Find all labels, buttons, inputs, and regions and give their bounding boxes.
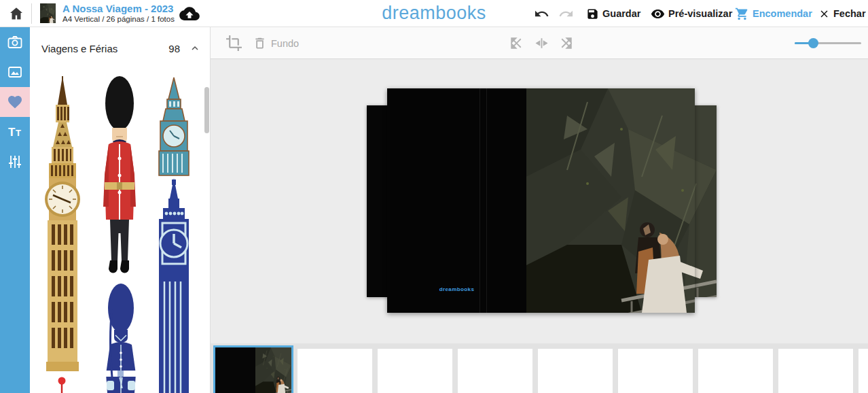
clipart-count: 98 (168, 43, 180, 54)
cover-spread[interactable]: dreambooks (387, 88, 695, 313)
order-label: Encomendar (753, 8, 812, 19)
save-icon (586, 7, 599, 20)
filmstrip-page[interactable] (858, 349, 868, 393)
trash-icon (253, 35, 267, 51)
clipart-big-ben-blue-clock[interactable] (151, 178, 197, 393)
save-label: Guardar (602, 8, 640, 19)
redo-button[interactable] (558, 6, 574, 20)
panel-scrollbar[interactable] (204, 87, 209, 133)
tune-icon (7, 154, 23, 170)
clipart-category-name: Viagens e Férias (41, 43, 117, 54)
cart-icon (735, 7, 749, 21)
clipart-panel: Viagens e Férias 98 (30, 27, 211, 393)
filmstrip-page[interactable] (297, 349, 372, 393)
sidebar-item-text[interactable]: T T (0, 117, 30, 147)
horizontal-arrows-icon (533, 35, 550, 52)
svg-text:T: T (16, 128, 21, 138)
heart-icon (7, 94, 23, 110)
crop-icon (225, 35, 242, 52)
cover-brand-text: dreambooks (387, 286, 526, 292)
thumb-cover-back (215, 347, 255, 393)
app-root: A Nossa Viagem - 2023 A4 Vertical / 26 p… (0, 0, 868, 393)
filmstrip-page[interactable] (458, 349, 532, 393)
close-icon (818, 8, 830, 20)
clipart-red-pin[interactable] (57, 377, 67, 393)
workspace: Fundo (211, 27, 868, 393)
clipart-royal-guard-red[interactable] (95, 73, 144, 277)
filmstrip-page[interactable] (698, 349, 773, 393)
filmstrip-page[interactable] (618, 349, 693, 393)
clipart-big-ben-gold[interactable] (39, 76, 86, 371)
filmstrip (211, 343, 868, 393)
cover-photo[interactable] (526, 88, 695, 313)
chevron-up-icon (189, 43, 200, 54)
spine-line (480, 88, 480, 313)
text-icon: T T (6, 124, 24, 140)
close-label: Fechar (833, 8, 866, 19)
sidebar: T T (0, 27, 30, 393)
swap-left-button[interactable] (508, 35, 525, 52)
filmstrip-page[interactable] (778, 349, 853, 393)
clipart-big-ben-teal-sketch[interactable] (151, 76, 197, 177)
order-button[interactable]: Encomendar (735, 0, 812, 27)
image-icon (7, 64, 23, 80)
preview-button[interactable]: Pré-visualizar (651, 0, 732, 27)
canvas: dreambooks (211, 59, 868, 343)
sidebar-item-backgrounds[interactable] (0, 57, 30, 87)
remove-background-button[interactable]: Fundo (253, 27, 299, 59)
sidebar-item-cliparts[interactable] (0, 87, 30, 117)
collapse-category-button[interactable] (189, 43, 200, 54)
swap-right-button[interactable] (558, 35, 575, 52)
undo-button[interactable] (534, 6, 549, 20)
canvas-toolbar: Fundo (211, 27, 868, 59)
background-label: Fundo (271, 38, 299, 49)
svg-text:T: T (8, 126, 16, 139)
close-button[interactable]: Fechar (818, 0, 866, 27)
redo-icon (558, 6, 574, 20)
eye-icon (651, 7, 665, 21)
mirror-button[interactable] (533, 35, 550, 52)
thumb-cover-photo (255, 347, 291, 393)
swap-left-icon (508, 35, 525, 52)
preview-label: Pré-visualizar (668, 8, 732, 19)
filmstrip-page-selected[interactable] (213, 345, 293, 393)
spine-line (486, 88, 487, 313)
filmstrip-page[interactable] (538, 349, 613, 393)
swap-right-icon (558, 35, 575, 52)
zoom-slider-thumb[interactable] (808, 38, 818, 48)
crop-button[interactable] (225, 35, 242, 52)
clipart-category-header: Viagens e Férias 98 (30, 27, 210, 69)
camera-icon (7, 34, 23, 50)
filmstrip-page[interactable] (378, 349, 452, 393)
sidebar-item-photos[interactable] (0, 27, 30, 57)
sidebar-item-adjustments[interactable] (0, 147, 30, 177)
save-button[interactable]: Guardar (586, 0, 640, 27)
clipart-royal-guard-blue[interactable] (95, 282, 144, 393)
top-bar: A Nossa Viagem - 2023 A4 Vertical / 26 p… (0, 0, 868, 27)
zoom-slider[interactable] (795, 37, 861, 48)
undo-icon (534, 6, 549, 20)
